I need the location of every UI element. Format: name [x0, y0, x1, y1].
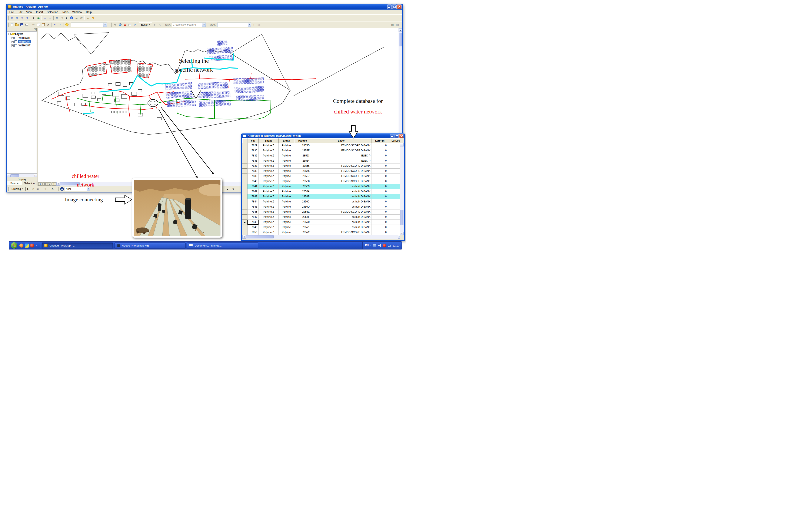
editor-menu-button[interactable]: Editor ▼	[139, 22, 152, 27]
pause-drawing-button[interactable]: ‖	[52, 182, 56, 185]
minimize-button[interactable]	[387, 4, 392, 9]
sketch-tool-button[interactable]: ✎	[157, 22, 162, 27]
fixed-zoom-in-button[interactable]: ⊞	[20, 15, 24, 20]
drawing-zoom-to-button[interactable]: ▣	[35, 187, 40, 192]
language-indicator[interactable]: EN	[365, 244, 369, 247]
menu-view[interactable]: View	[24, 10, 34, 14]
scroll-up-button[interactable]: ▲	[400, 143, 404, 146]
drawing-menu-button[interactable]: Drawing ▼	[9, 187, 26, 192]
row-selector[interactable]	[242, 204, 247, 209]
scroll-right-button[interactable]: ▶	[34, 174, 37, 177]
row-selector[interactable]	[242, 179, 247, 184]
quick-launch-app-2[interactable]	[25, 243, 29, 247]
expand-icon[interactable]: +	[11, 44, 13, 47]
handle-column-header[interactable]: Handle	[294, 138, 311, 143]
menu-selection[interactable]: Selection	[45, 10, 60, 14]
copy-button[interactable]	[36, 22, 41, 27]
row-selector[interactable]	[242, 230, 247, 235]
draw-more-options-button[interactable]: ▼	[231, 187, 236, 192]
new-map-button[interactable]	[9, 22, 14, 27]
taskbar-button-3[interactable]: Document1 - Micros...	[187, 242, 258, 249]
row-selector[interactable]	[242, 214, 247, 220]
scale-combo[interactable]: ▼	[71, 23, 107, 27]
row-selector[interactable]	[242, 225, 247, 230]
collapse-icon[interactable]: −	[8, 33, 11, 35]
table-row-7846[interactable]: 7846Polyline ZPolyline2856EFEMCO SCOPE D…	[242, 209, 401, 214]
table-row-7845[interactable]: 7845Polyline ZPolyline2856Das-built D-BA…	[242, 204, 401, 209]
toolbar-grip[interactable]	[8, 16, 8, 20]
table-row-7835[interactable]: 7835Polyline ZPolyline28563ELEC-P00	[242, 153, 401, 158]
save-button[interactable]	[20, 22, 24, 27]
scroll-track[interactable]	[10, 174, 34, 177]
table-row-7848[interactable]: ▶7848Polyline ZPolyline28570as-built D-B…	[242, 220, 401, 225]
row-selector[interactable]	[242, 148, 247, 153]
row-selector[interactable]	[242, 209, 247, 214]
add-data-button[interactable]	[64, 22, 69, 27]
row-selector[interactable]	[242, 199, 247, 204]
layer-checkbox[interactable]	[14, 37, 17, 39]
table-row-7844[interactable]: 7844Polyline ZPolyline2856Cas-built D-BA…	[242, 199, 401, 204]
tray-collapse-chevron[interactable]: ‹	[370, 244, 371, 247]
go-forward-extent-button[interactable]: →	[48, 15, 52, 20]
arc-globe-button[interactable]	[118, 22, 122, 27]
whats-this-button[interactable]: ?	[132, 22, 137, 27]
table-row-7840[interactable]: 7840Polyline ZPolyline28568FEMCO SCOPE D…	[242, 179, 401, 184]
arc-panel-button[interactable]	[128, 22, 132, 27]
identify-button[interactable]: i	[69, 15, 74, 20]
snapping-button[interactable]: ◎	[256, 22, 261, 27]
attributes-dialog-button[interactable]: ▦	[390, 22, 395, 27]
scroll-left-button[interactable]: ◀	[242, 235, 246, 239]
drawing-rotate-button[interactable]: ◎	[30, 187, 35, 192]
drawing-select-button[interactable]: ➤	[26, 187, 30, 192]
close-button[interactable]	[399, 134, 403, 138]
table-row-7830[interactable]: 7830Polyline ZPolyline2855EFEMCO SCOPE D…	[242, 148, 401, 153]
paste-button[interactable]	[41, 22, 46, 27]
go-to-xy-button[interactable]: xy	[79, 15, 84, 20]
shape-tool-button[interactable]: □ ▼	[42, 187, 50, 192]
toc-tree[interactable]: − Layers +WITHOUT+✓WITHOUT+WITHOUT	[7, 31, 37, 174]
shape-column-header[interactable]: Shape	[258, 138, 279, 143]
toolbar-grip[interactable]	[8, 187, 8, 191]
select-features-button[interactable]: ▧	[55, 15, 59, 20]
create-feature-button[interactable]: +	[251, 22, 256, 27]
editor-toolbar-grip[interactable]	[111, 23, 112, 27]
print-button[interactable]	[24, 22, 29, 27]
menu-edit[interactable]: Edit	[16, 10, 24, 14]
scroll-track[interactable]	[246, 235, 398, 239]
menu-help[interactable]: Help	[84, 10, 94, 14]
toc-close-button[interactable]: ✕	[34, 28, 37, 31]
scroll-left-button[interactable]: ◀	[7, 174, 10, 177]
row-selector[interactable]	[242, 184, 247, 189]
fixed-zoom-out-button[interactable]: ⊟	[24, 15, 29, 20]
scroll-thumb[interactable]	[399, 33, 402, 46]
menu-window[interactable]: Window	[70, 10, 84, 14]
scroll-up-button[interactable]: ▲	[398, 28, 402, 32]
undo-button[interactable]: ↶	[52, 22, 58, 27]
measure-button[interactable]: ▱	[86, 15, 91, 20]
tab-source[interactable]: Source	[7, 181, 22, 185]
row-selector[interactable]	[242, 189, 247, 194]
refresh-view-button[interactable]: ↻	[47, 182, 51, 185]
row-selector[interactable]	[242, 153, 247, 158]
sketch-properties-button[interactable]: ◫	[395, 22, 400, 27]
pan-button[interactable]: ✥	[31, 15, 36, 20]
lyrfrzn-column-header[interactable]: LyrFrzn	[372, 138, 388, 143]
dropdown-arrow-icon[interactable]: ▼	[248, 23, 251, 27]
volume-icon[interactable]	[378, 244, 381, 247]
scroll-thumb[interactable]	[10, 174, 19, 177]
row-selector[interactable]	[242, 164, 247, 169]
quick-launch-app-3[interactable]	[30, 243, 34, 247]
toc-layer-row-3[interactable]: +WITHOUT	[7, 44, 37, 47]
scroll-left-button[interactable]: ◀	[57, 182, 60, 185]
zoom-in-button[interactable]: ⊕	[9, 15, 14, 20]
row-selector[interactable]	[242, 169, 247, 174]
menu-insert[interactable]: Insert	[34, 10, 45, 14]
taskbar-button-2[interactable]: Adobe Photoshop ME	[114, 242, 185, 249]
toc-horizontal-scrollbar[interactable]: ◀ ▶	[7, 174, 37, 177]
layer-checkbox[interactable]: ✓	[14, 40, 17, 43]
open-map-button[interactable]	[14, 22, 20, 27]
antivirus-icon[interactable]	[383, 244, 386, 247]
table-vertical-scrollbar[interactable]: ▲ ▼	[400, 143, 404, 235]
expand-icon[interactable]: +	[11, 37, 13, 39]
restore-button[interactable]	[392, 4, 397, 9]
